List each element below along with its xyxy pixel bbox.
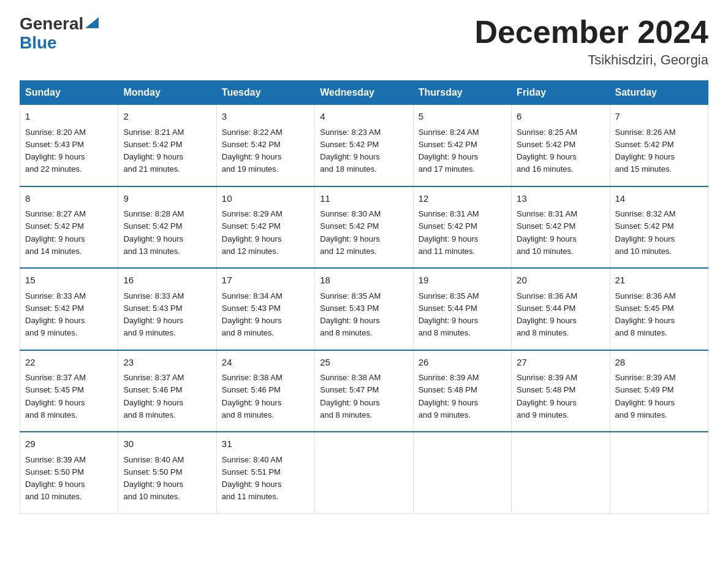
day-number: 29 — [25, 437, 113, 451]
day-info: Sunrise: 8:38 AMSunset: 5:46 PMDaylight:… — [222, 373, 282, 419]
day-number: 6 — [517, 110, 604, 124]
calendar-cell: 15Sunrise: 8:33 AMSunset: 5:42 PMDayligh… — [20, 268, 118, 350]
logo: General Blue — [20, 15, 99, 53]
day-number: 27 — [517, 356, 604, 370]
day-number: 23 — [123, 356, 211, 370]
day-number: 28 — [615, 356, 703, 370]
calendar-week-row: 1Sunrise: 8:20 AMSunset: 5:43 PMDaylight… — [20, 105, 708, 186]
calendar-cell: 31Sunrise: 8:40 AMSunset: 5:51 PMDayligh… — [216, 432, 314, 513]
col-tuesday: Tuesday — [216, 81, 314, 105]
day-info: Sunrise: 8:35 AMSunset: 5:44 PMDaylight:… — [419, 291, 479, 338]
header-row: Sunday Monday Tuesday Wednesday Thursday… — [20, 81, 708, 105]
day-number: 4 — [320, 110, 408, 124]
calendar-cell: 7Sunrise: 8:26 AMSunset: 5:42 PMDaylight… — [610, 105, 708, 186]
subtitle: Tsikhisdziri, Georgia — [474, 52, 708, 68]
calendar-cell: 3Sunrise: 8:22 AMSunset: 5:42 PMDaylight… — [216, 105, 314, 186]
logo-triangle-icon — [85, 17, 99, 28]
day-info: Sunrise: 8:25 AMSunset: 5:42 PMDaylight:… — [517, 128, 577, 174]
calendar-cell: 27Sunrise: 8:39 AMSunset: 5:48 PMDayligh… — [512, 350, 610, 432]
day-info: Sunrise: 8:22 AMSunset: 5:42 PMDaylight:… — [222, 128, 282, 174]
calendar-cell: 11Sunrise: 8:30 AMSunset: 5:42 PMDayligh… — [315, 186, 413, 269]
calendar-cell: 26Sunrise: 8:39 AMSunset: 5:48 PMDayligh… — [413, 350, 511, 432]
col-saturday: Saturday — [610, 81, 708, 105]
day-info: Sunrise: 8:39 AMSunset: 5:48 PMDaylight:… — [419, 373, 479, 419]
title-block: December 2024 Tsikhisdziri, Georgia — [474, 15, 708, 68]
day-info: Sunrise: 8:34 AMSunset: 5:43 PMDaylight:… — [222, 291, 282, 338]
calendar-cell: 10Sunrise: 8:29 AMSunset: 5:42 PMDayligh… — [216, 186, 314, 269]
day-number: 30 — [123, 437, 211, 451]
day-info: Sunrise: 8:39 AMSunset: 5:49 PMDaylight:… — [615, 373, 676, 419]
day-number: 19 — [419, 274, 506, 288]
day-number: 24 — [222, 356, 309, 370]
day-number: 12 — [419, 192, 506, 206]
calendar-cell: 8Sunrise: 8:27 AMSunset: 5:42 PMDaylight… — [20, 186, 118, 269]
calendar-cell: 29Sunrise: 8:39 AMSunset: 5:50 PMDayligh… — [20, 432, 118, 513]
day-info: Sunrise: 8:21 AMSunset: 5:42 PMDaylight:… — [123, 128, 184, 174]
day-info: Sunrise: 8:29 AMSunset: 5:42 PMDaylight:… — [222, 209, 282, 256]
day-info: Sunrise: 8:39 AMSunset: 5:50 PMDaylight:… — [25, 455, 86, 502]
day-number: 16 — [123, 274, 211, 288]
day-number: 10 — [222, 192, 309, 206]
day-number: 18 — [320, 274, 408, 288]
day-info: Sunrise: 8:38 AMSunset: 5:47 PMDaylight:… — [320, 373, 381, 419]
day-number: 15 — [25, 274, 113, 288]
day-info: Sunrise: 8:36 AMSunset: 5:45 PMDaylight:… — [615, 291, 676, 338]
calendar-cell: 28Sunrise: 8:39 AMSunset: 5:49 PMDayligh… — [610, 350, 708, 432]
calendar-week-row: 8Sunrise: 8:27 AMSunset: 5:42 PMDaylight… — [20, 186, 708, 269]
calendar-cell: 19Sunrise: 8:35 AMSunset: 5:44 PMDayligh… — [413, 268, 511, 350]
calendar-cell: 9Sunrise: 8:28 AMSunset: 5:42 PMDaylight… — [118, 186, 216, 269]
calendar-cell — [512, 432, 610, 513]
day-number: 21 — [615, 274, 703, 288]
calendar-cell: 2Sunrise: 8:21 AMSunset: 5:42 PMDaylight… — [118, 105, 216, 186]
day-info: Sunrise: 8:40 AMSunset: 5:50 PMDaylight:… — [123, 455, 184, 502]
day-info: Sunrise: 8:23 AMSunset: 5:42 PMDaylight:… — [320, 128, 381, 174]
day-info: Sunrise: 8:39 AMSunset: 5:48 PMDaylight:… — [517, 373, 577, 419]
calendar-cell: 12Sunrise: 8:31 AMSunset: 5:42 PMDayligh… — [413, 186, 511, 269]
day-number: 31 — [222, 437, 309, 451]
day-info: Sunrise: 8:40 AMSunset: 5:51 PMDaylight:… — [222, 455, 282, 502]
calendar-cell: 21Sunrise: 8:36 AMSunset: 5:45 PMDayligh… — [610, 268, 708, 350]
col-wednesday: Wednesday — [315, 81, 413, 105]
day-number: 20 — [517, 274, 604, 288]
day-number: 22 — [25, 356, 113, 370]
day-number: 25 — [320, 356, 408, 370]
day-number: 2 — [123, 110, 211, 124]
day-info: Sunrise: 8:31 AMSunset: 5:42 PMDaylight:… — [419, 209, 479, 256]
col-sunday: Sunday — [20, 81, 118, 105]
day-info: Sunrise: 8:33 AMSunset: 5:42 PMDaylight:… — [25, 291, 86, 338]
day-number: 11 — [320, 192, 408, 206]
calendar-cell: 5Sunrise: 8:24 AMSunset: 5:42 PMDaylight… — [413, 105, 511, 186]
day-number: 13 — [517, 192, 604, 206]
day-info: Sunrise: 8:24 AMSunset: 5:42 PMDaylight:… — [419, 128, 479, 174]
day-number: 5 — [419, 110, 506, 124]
day-info: Sunrise: 8:37 AMSunset: 5:46 PMDaylight:… — [123, 373, 184, 419]
day-number: 7 — [615, 110, 703, 124]
calendar-cell: 14Sunrise: 8:32 AMSunset: 5:42 PMDayligh… — [610, 186, 708, 269]
day-number: 3 — [222, 110, 309, 124]
calendar-cell: 23Sunrise: 8:37 AMSunset: 5:46 PMDayligh… — [118, 350, 216, 432]
day-info: Sunrise: 8:26 AMSunset: 5:42 PMDaylight:… — [615, 128, 676, 174]
day-info: Sunrise: 8:36 AMSunset: 5:44 PMDaylight:… — [517, 291, 577, 338]
calendar-cell — [315, 432, 413, 513]
calendar-cell: 22Sunrise: 8:37 AMSunset: 5:45 PMDayligh… — [20, 350, 118, 432]
calendar-cell: 16Sunrise: 8:33 AMSunset: 5:43 PMDayligh… — [118, 268, 216, 350]
calendar-cell: 4Sunrise: 8:23 AMSunset: 5:42 PMDaylight… — [315, 105, 413, 186]
logo-blue: Blue — [20, 34, 57, 53]
calendar-cell: 25Sunrise: 8:38 AMSunset: 5:47 PMDayligh… — [315, 350, 413, 432]
calendar-week-row: 29Sunrise: 8:39 AMSunset: 5:50 PMDayligh… — [20, 432, 708, 513]
logo-general: General — [20, 15, 83, 34]
col-friday: Friday — [512, 81, 610, 105]
day-info: Sunrise: 8:33 AMSunset: 5:43 PMDaylight:… — [123, 291, 184, 338]
calendar-cell: 6Sunrise: 8:25 AMSunset: 5:42 PMDaylight… — [512, 105, 610, 186]
day-number: 8 — [25, 192, 113, 206]
day-number: 9 — [123, 192, 211, 206]
day-number: 26 — [419, 356, 506, 370]
day-info: Sunrise: 8:31 AMSunset: 5:42 PMDaylight:… — [517, 209, 577, 256]
calendar-cell: 30Sunrise: 8:40 AMSunset: 5:50 PMDayligh… — [118, 432, 216, 513]
day-number: 17 — [222, 274, 309, 288]
calendar-cell — [413, 432, 511, 513]
col-thursday: Thursday — [413, 81, 511, 105]
day-info: Sunrise: 8:37 AMSunset: 5:45 PMDaylight:… — [25, 373, 86, 419]
day-number: 1 — [25, 110, 113, 124]
main-title: December 2024 — [474, 15, 708, 50]
